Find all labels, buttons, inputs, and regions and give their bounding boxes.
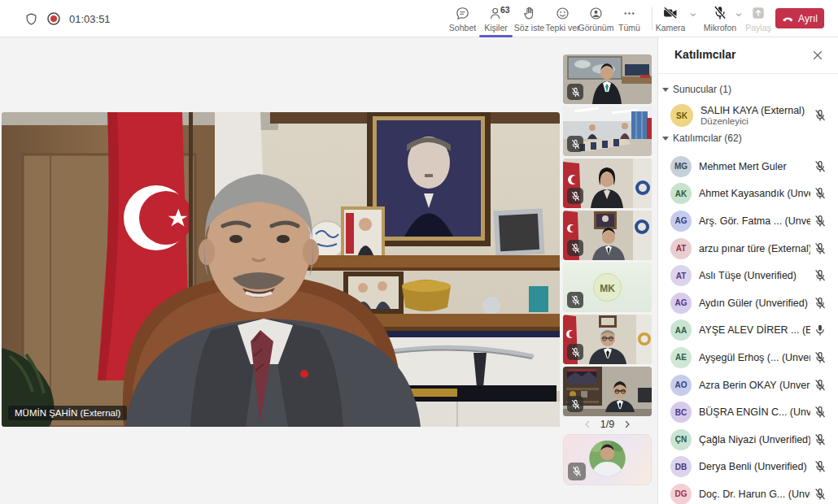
thumbnail-mic-badge: [567, 84, 583, 100]
tab-react[interactable]: Tepki ver: [546, 0, 579, 37]
meeting-toolbar: 01:03:51 Sohbet 63 Kişiler Söz iste: [0, 0, 838, 37]
video-thumbnail-1[interactable]: [563, 54, 652, 104]
toolbar-separator: [652, 7, 653, 30]
participant-role: Düzenleyici: [701, 116, 810, 126]
participant-name: arzu pınar türe (External): [699, 243, 810, 254]
section-presenters[interactable]: Sunucular (1): [662, 81, 731, 98]
section-attendees-label: Katılımcılar (62): [673, 133, 742, 144]
mic-off-icon: [814, 215, 827, 228]
thumbnail-mic-badge: [567, 136, 583, 152]
avatar: BC: [670, 402, 692, 423]
mic-off-icon: [814, 433, 827, 446]
participant-name: Aydın Güler (Unverified): [699, 298, 810, 309]
avatar: AT: [670, 238, 692, 259]
participant-row[interactable]: DGDoç. Dr. Harun G... (Unverified): [658, 480, 838, 504]
avatar-initials: MG: [674, 162, 687, 171]
mic-off-icon: [570, 87, 581, 98]
avatar: DG: [670, 484, 692, 504]
video-thumbnail-4[interactable]: [563, 211, 652, 260]
tab-view[interactable]: Görünüm: [579, 0, 613, 37]
participant-row[interactable]: BCBÜŞRA ENGİN C... (Unverified): [658, 398, 838, 426]
participant-name: Mehmet Mert Guler: [699, 161, 810, 172]
leave-button[interactable]: Ayrıl: [775, 8, 824, 28]
view-icon: [588, 6, 604, 21]
participant-row[interactable]: MGMehmet Mert Guler: [658, 153, 838, 180]
camera-off-icon: [662, 5, 679, 21]
smiley-icon: [555, 6, 570, 21]
leave-label: Ayrıl: [798, 13, 818, 24]
mic-off-icon: [571, 466, 583, 477]
mic-off-icon: [814, 269, 827, 282]
camera-button[interactable]: Kamera: [656, 0, 685, 37]
participant-row[interactable]: AGArş. Gör. Fatma ... (Unverified): [658, 207, 838, 235]
tab-view-label: Görünüm: [578, 23, 614, 33]
thumbnail-mic-badge: [567, 344, 583, 360]
avatar-initials: BC: [675, 408, 687, 417]
close-panel-button[interactable]: [810, 48, 825, 63]
tab-more-label: Tümü: [618, 23, 640, 33]
selfview-mic-badge: [568, 463, 586, 480]
participant-row[interactable]: ÇNÇağla Niyazi (Unverified): [658, 426, 838, 454]
mic-off-icon: [814, 297, 827, 310]
tab-more[interactable]: Tümü: [613, 0, 646, 37]
main-speaker-video[interactable]: MÜMİN ŞAHİN (External): [2, 112, 560, 427]
mic-off-icon: [814, 460, 827, 473]
meeting-timer: 01:03:51: [69, 13, 111, 25]
mic-on-icon: [814, 324, 827, 337]
video-thumbnail-2[interactable]: [563, 106, 652, 156]
participant-row[interactable]: AGAydın Güler (Unverified): [658, 289, 838, 317]
avatar-initials: AG: [675, 298, 687, 307]
avatar: AG: [670, 211, 692, 232]
avatar: ÇN: [670, 429, 692, 450]
camera-label: Kamera: [656, 23, 686, 33]
shield-icon: [24, 12, 38, 26]
mic-off-icon: [570, 347, 581, 358]
participant-row[interactable]: DBDerya Benli (Unverified): [658, 454, 838, 481]
chevron-expanded-icon: [662, 137, 669, 141]
camera-options-chevron-icon[interactable]: [688, 10, 698, 20]
mic-off-icon: [814, 488, 827, 501]
tab-raise-hand[interactable]: Söz iste: [513, 0, 546, 37]
participant-row[interactable]: ATarzu pınar türe (External): [658, 235, 838, 263]
participant-name: Ayşegül Erhoş (... (Unverified): [699, 352, 810, 363]
section-presenters-label: Sunucular (1): [673, 84, 731, 95]
participant-name: Doç. Dr. Harun G... (Unverified): [699, 489, 810, 500]
close-icon: [810, 48, 825, 63]
share-button[interactable]: Paylaş: [742, 0, 775, 37]
participant-row[interactable]: AEAyşegül Erhoş (... (Unverified): [658, 344, 838, 371]
mic-off-icon: [570, 295, 581, 306]
initials-text: MK: [600, 283, 615, 294]
participant-row-presenter[interactable]: SK SALIH KAYA (External) Düzenleyici: [658, 101, 838, 130]
participant-name: Arş. Gör. Fatma ... (Unverified): [699, 215, 810, 227]
video-thumbnail-5-initials[interactable]: MK: [563, 263, 652, 312]
avatar-initials: AE: [675, 353, 687, 362]
participant-name: Derya Benli (Unverified): [699, 461, 810, 472]
participants-title: Katılımcılar: [674, 48, 735, 61]
self-view-tile[interactable]: [563, 434, 652, 485]
avatar: SK: [670, 104, 693, 127]
video-thumbnail-7[interactable]: [563, 367, 652, 416]
toolbar-tabs: Sohbet 63 Kişiler Söz iste Tepki ver: [446, 0, 646, 37]
share-label: Paylaş: [745, 23, 771, 33]
pager-prev-icon[interactable]: [583, 419, 592, 429]
video-thumbnail-3[interactable]: [563, 159, 652, 208]
participant-row[interactable]: ATAslı Tüşe (Unverified): [658, 262, 838, 289]
participant-name: BÜŞRA ENGİN C... (Unverified): [699, 406, 810, 418]
participant-row[interactable]: AOAzra Berin OKAY (Unverified): [658, 371, 838, 399]
avatar: DB: [670, 456, 692, 477]
avatar: AG: [670, 293, 692, 314]
avatar-initials: AK: [675, 189, 687, 198]
chevron-expanded-icon: [662, 88, 669, 92]
participant-name: SALIH KAYA (External): [701, 105, 810, 116]
chat-icon: [455, 6, 470, 21]
microphone-off-icon: [712, 5, 728, 21]
video-thumbnail-6[interactable]: [563, 315, 652, 364]
hangup-icon: [782, 12, 794, 24]
tab-people[interactable]: 63 Kişiler: [479, 0, 513, 37]
avatar-initials: AT: [676, 272, 687, 280]
section-attendees[interactable]: Katılımcılar (62): [662, 130, 742, 146]
participant-row[interactable]: AKAhmet Kayasandık (Unverifie...: [658, 180, 838, 208]
tab-chat[interactable]: Sohbet: [446, 0, 479, 37]
participant-row[interactable]: AAAYŞE ALEV DİRER ... (External): [658, 317, 838, 345]
pager-next-icon[interactable]: [622, 419, 632, 429]
